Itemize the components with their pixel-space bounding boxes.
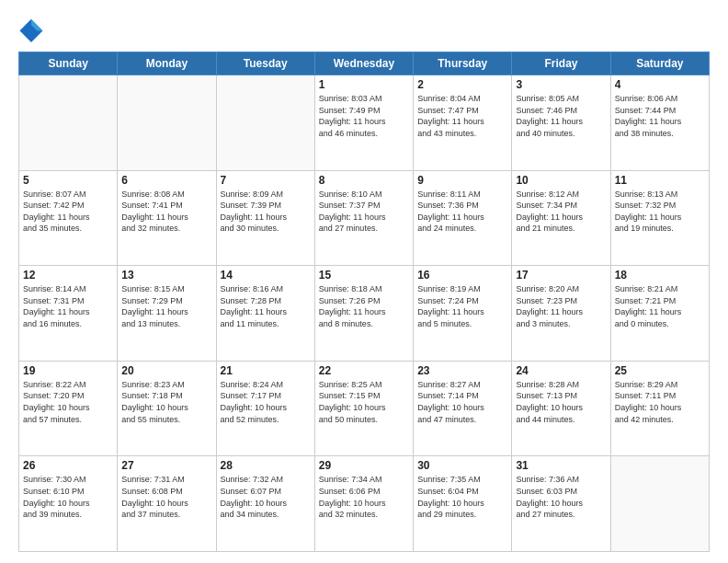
- cell-info: Sunrise: 8:10 AM Sunset: 7:37 PM Dayligh…: [319, 189, 409, 235]
- cell-info: Sunrise: 8:13 AM Sunset: 7:32 PM Dayligh…: [615, 189, 705, 235]
- cal-cell-5: 5Sunrise: 8:07 AM Sunset: 7:42 PM Daylig…: [19, 170, 118, 266]
- day-number: 3: [516, 78, 606, 91]
- day-number: 13: [121, 269, 211, 282]
- cell-info: Sunrise: 8:22 AM Sunset: 7:20 PM Dayligh…: [23, 379, 113, 425]
- weekday-header-tuesday: Tuesday: [216, 52, 314, 75]
- day-number: 4: [615, 78, 705, 91]
- cal-cell-12: 12Sunrise: 8:14 AM Sunset: 7:31 PM Dayli…: [19, 266, 118, 362]
- cal-cell-7: 7Sunrise: 8:09 AM Sunset: 7:39 PM Daylig…: [216, 170, 314, 266]
- cal-cell-31: 31Sunrise: 7:36 AM Sunset: 6:03 PM Dayli…: [512, 456, 610, 552]
- week-row-2: 5Sunrise: 8:07 AM Sunset: 7:42 PM Daylig…: [19, 170, 710, 266]
- cal-cell-11: 11Sunrise: 8:13 AM Sunset: 7:32 PM Dayli…: [610, 170, 709, 266]
- cell-info: Sunrise: 8:15 AM Sunset: 7:29 PM Dayligh…: [121, 283, 211, 329]
- cal-cell-24: 24Sunrise: 8:28 AM Sunset: 7:13 PM Dayli…: [512, 361, 610, 456]
- day-number: 12: [23, 269, 113, 282]
- calendar-table: SundayMondayTuesdayWednesdayThursdayFrid…: [18, 52, 710, 552]
- cell-info: Sunrise: 8:11 AM Sunset: 7:36 PM Dayligh…: [417, 189, 507, 235]
- cell-info: Sunrise: 8:03 AM Sunset: 7:49 PM Dayligh…: [319, 93, 409, 139]
- cal-cell-21: 21Sunrise: 8:24 AM Sunset: 7:17 PM Dayli…: [216, 361, 314, 456]
- cell-info: Sunrise: 8:09 AM Sunset: 7:39 PM Dayligh…: [221, 189, 311, 235]
- cell-info: Sunrise: 8:21 AM Sunset: 7:21 PM Dayligh…: [615, 283, 705, 329]
- cell-info: Sunrise: 8:05 AM Sunset: 7:46 PM Dayligh…: [516, 93, 606, 139]
- cell-info: Sunrise: 7:32 AM Sunset: 6:07 PM Dayligh…: [221, 474, 311, 520]
- weekday-header-sunday: Sunday: [19, 52, 118, 75]
- cell-info: Sunrise: 7:36 AM Sunset: 6:03 PM Dayligh…: [516, 474, 606, 520]
- logo-icon: [18, 17, 44, 42]
- weekday-header-wednesday: Wednesday: [314, 52, 413, 75]
- cal-cell-20: 20Sunrise: 8:23 AM Sunset: 7:18 PM Dayli…: [118, 361, 216, 456]
- day-number: 14: [221, 269, 311, 282]
- day-number: 25: [615, 364, 705, 377]
- week-row-1: 1Sunrise: 8:03 AM Sunset: 7:49 PM Daylig…: [19, 75, 710, 171]
- cal-cell-10: 10Sunrise: 8:12 AM Sunset: 7:34 PM Dayli…: [512, 170, 610, 266]
- weekday-header-thursday: Thursday: [414, 52, 512, 75]
- day-number: 26: [23, 459, 113, 472]
- cal-cell-14: 14Sunrise: 8:16 AM Sunset: 7:28 PM Dayli…: [216, 266, 314, 362]
- cell-info: Sunrise: 8:06 AM Sunset: 7:44 PM Dayligh…: [615, 93, 705, 139]
- cal-cell-1: 1Sunrise: 8:03 AM Sunset: 7:49 PM Daylig…: [314, 75, 413, 171]
- day-number: 16: [417, 269, 507, 282]
- day-number: 8: [319, 174, 409, 187]
- cell-info: Sunrise: 8:25 AM Sunset: 7:15 PM Dayligh…: [319, 379, 409, 425]
- day-number: 24: [516, 364, 606, 377]
- cal-cell-empty-0-0: [19, 75, 118, 171]
- day-number: 18: [615, 269, 705, 282]
- logo: [18, 17, 48, 42]
- cell-info: Sunrise: 7:35 AM Sunset: 6:04 PM Dayligh…: [417, 474, 507, 520]
- day-number: 20: [121, 364, 211, 377]
- cal-cell-2: 2Sunrise: 8:04 AM Sunset: 7:47 PM Daylig…: [414, 75, 512, 171]
- cell-info: Sunrise: 8:23 AM Sunset: 7:18 PM Dayligh…: [121, 379, 211, 425]
- cell-info: Sunrise: 8:24 AM Sunset: 7:17 PM Dayligh…: [221, 379, 311, 425]
- cell-info: Sunrise: 8:07 AM Sunset: 7:42 PM Dayligh…: [23, 189, 113, 235]
- cal-cell-9: 9Sunrise: 8:11 AM Sunset: 7:36 PM Daylig…: [414, 170, 512, 266]
- week-row-3: 12Sunrise: 8:14 AM Sunset: 7:31 PM Dayli…: [19, 266, 710, 362]
- day-number: 30: [417, 459, 507, 472]
- cal-cell-empty-0-2: [216, 75, 314, 171]
- cal-cell-28: 28Sunrise: 7:32 AM Sunset: 6:07 PM Dayli…: [216, 456, 314, 552]
- cell-info: Sunrise: 8:19 AM Sunset: 7:24 PM Dayligh…: [417, 283, 507, 329]
- cal-cell-18: 18Sunrise: 8:21 AM Sunset: 7:21 PM Dayli…: [610, 266, 709, 362]
- cell-info: Sunrise: 8:27 AM Sunset: 7:14 PM Dayligh…: [417, 379, 507, 425]
- cal-cell-23: 23Sunrise: 8:27 AM Sunset: 7:14 PM Dayli…: [414, 361, 512, 456]
- day-number: 28: [221, 459, 311, 472]
- day-number: 2: [417, 78, 507, 91]
- cell-info: Sunrise: 7:31 AM Sunset: 6:08 PM Dayligh…: [121, 474, 211, 520]
- cal-cell-15: 15Sunrise: 8:18 AM Sunset: 7:26 PM Dayli…: [314, 266, 413, 362]
- cell-info: Sunrise: 8:29 AM Sunset: 7:11 PM Dayligh…: [615, 379, 705, 425]
- day-number: 5: [23, 174, 113, 187]
- day-number: 21: [221, 364, 311, 377]
- day-number: 10: [516, 174, 606, 187]
- day-number: 22: [319, 364, 409, 377]
- cal-cell-30: 30Sunrise: 7:35 AM Sunset: 6:04 PM Dayli…: [414, 456, 512, 552]
- day-number: 29: [319, 459, 409, 472]
- cal-cell-6: 6Sunrise: 8:08 AM Sunset: 7:41 PM Daylig…: [118, 170, 216, 266]
- cal-cell-22: 22Sunrise: 8:25 AM Sunset: 7:15 PM Dayli…: [314, 361, 413, 456]
- day-number: 17: [516, 269, 606, 282]
- cal-cell-26: 26Sunrise: 7:30 AM Sunset: 6:10 PM Dayli…: [19, 456, 118, 552]
- cell-info: Sunrise: 8:14 AM Sunset: 7:31 PM Dayligh…: [23, 283, 113, 329]
- cal-cell-27: 27Sunrise: 7:31 AM Sunset: 6:08 PM Dayli…: [118, 456, 216, 552]
- day-number: 31: [516, 459, 606, 472]
- weekday-header-monday: Monday: [118, 52, 216, 75]
- cal-cell-16: 16Sunrise: 8:19 AM Sunset: 7:24 PM Dayli…: [414, 266, 512, 362]
- page: SundayMondayTuesdayWednesdayThursdayFrid…: [0, 0, 728, 563]
- cal-cell-8: 8Sunrise: 8:10 AM Sunset: 7:37 PM Daylig…: [314, 170, 413, 266]
- day-number: 15: [319, 269, 409, 282]
- day-number: 23: [417, 364, 507, 377]
- day-number: 27: [121, 459, 211, 472]
- day-number: 11: [615, 174, 705, 187]
- cal-cell-4: 4Sunrise: 8:06 AM Sunset: 7:44 PM Daylig…: [610, 75, 709, 171]
- cell-info: Sunrise: 8:16 AM Sunset: 7:28 PM Dayligh…: [221, 283, 311, 329]
- cell-info: Sunrise: 7:34 AM Sunset: 6:06 PM Dayligh…: [319, 474, 409, 520]
- day-number: 7: [221, 174, 311, 187]
- cal-cell-29: 29Sunrise: 7:34 AM Sunset: 6:06 PM Dayli…: [314, 456, 413, 552]
- cell-info: Sunrise: 8:08 AM Sunset: 7:41 PM Dayligh…: [121, 189, 211, 235]
- cell-info: Sunrise: 8:04 AM Sunset: 7:47 PM Dayligh…: [417, 93, 507, 139]
- week-row-5: 26Sunrise: 7:30 AM Sunset: 6:10 PM Dayli…: [19, 456, 710, 552]
- header: [18, 17, 710, 42]
- weekday-header-saturday: Saturday: [610, 52, 709, 75]
- cell-info: Sunrise: 8:12 AM Sunset: 7:34 PM Dayligh…: [516, 189, 606, 235]
- cell-info: Sunrise: 8:18 AM Sunset: 7:26 PM Dayligh…: [319, 283, 409, 329]
- cal-cell-17: 17Sunrise: 8:20 AM Sunset: 7:23 PM Dayli…: [512, 266, 610, 362]
- cell-info: Sunrise: 8:20 AM Sunset: 7:23 PM Dayligh…: [516, 283, 606, 329]
